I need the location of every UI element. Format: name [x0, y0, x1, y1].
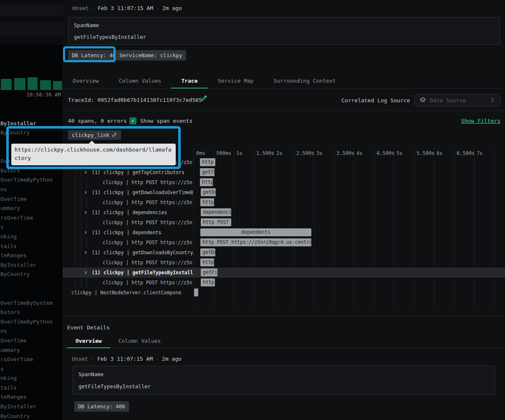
sidebar-item[interactable]: OverTimeByPython [0, 319, 53, 325]
span-row[interactable]: ∨(1)clickpy | getDownloadsOverTimeBySget… [63, 187, 505, 197]
event-relative-time: 2m ago [162, 356, 182, 362]
tab-overview[interactable]: Overview [67, 334, 110, 348]
waterfall-axis-tick: 0ms [196, 150, 205, 156]
sidebar-item[interactable]: ns [0, 186, 7, 192]
span-name-text: clickpy | getTopContributors [104, 170, 184, 175]
span-duration-bar[interactable]: getDownloadsByCountry [200, 248, 215, 256]
span-duration-bar[interactable]: http POST https://z5nrz9qgc4.us-central [201, 218, 231, 226]
chevron-down-icon[interactable]: ∨ [84, 190, 87, 195]
span-duration-bar[interactable]: getTopContributors [200, 168, 215, 176]
trace-id-text: TraceId: 0952fad0b67b114138fc110f3c7ed56… [68, 97, 202, 103]
chevron-down-icon[interactable]: ∨ [84, 230, 87, 235]
event-relative-time: 2m ago [162, 5, 182, 11]
span-child-count: (1) [92, 170, 101, 175]
span-duration-bar[interactable]: http POST https://z5nrz9qgc4.us-central [201, 278, 215, 286]
background-sidebar: 10:58:30 AM ByInstallerByCountryOvebutor… [0, 0, 63, 420]
sidebar-item[interactable]: s [0, 366, 4, 372]
span-child-count: (1) [92, 230, 101, 235]
sidebar-item[interactable]: ByCountry [0, 413, 30, 419]
edit-pencil-icon[interactable] [201, 95, 207, 101]
waterfall-axis-tick: 1s [236, 150, 242, 156]
sidebar-item[interactable]: ByCountry [0, 271, 30, 277]
span-row-name: clickpy | NextNodeServer.clientCompone [63, 288, 193, 298]
waterfall-axis-tick: 5s [396, 150, 402, 156]
span-duration-bar[interactable]: http POST https://z5nrz9qgc4.us-central [200, 158, 215, 166]
span-duration-bar[interactable]: http POST https://z5nrz9qgc4.us-central [200, 178, 213, 186]
event-panel: Unset·Feb 3 11:07:15 AM·2m ago SpanName … [63, 0, 505, 420]
db-latency-badge[interactable]: DB Latency: 406 [74, 401, 129, 412]
span-duration-bar[interactable]: getFileTypesByInstaller [201, 268, 217, 276]
show-span-events-label[interactable]: Show span events [140, 118, 192, 124]
sidebar-item[interactable]: nking [0, 233, 17, 240]
sidebar-item[interactable]: ByInstaller [0, 120, 36, 127]
span-row[interactable]: clickpy | http POST https://z5nrz9qgc4.u… [63, 177, 505, 187]
span-row[interactable]: clickpy | http POST https://z5nrz9qgc4.u… [63, 218, 505, 228]
waterfall-axis-tick: 6.500s [457, 150, 475, 156]
tab-service-map[interactable]: Service Map [208, 74, 264, 88]
span-row[interactable]: clickpy | http POST https://z5nrz9qgc4.u… [63, 278, 505, 288]
meta-separator: · [91, 5, 95, 11]
span-name-key: SpanName [74, 22, 99, 28]
sidebar-item[interactable]: tails [0, 243, 17, 249]
span-duration-bar[interactable]: dependents [200, 228, 311, 236]
mini-chart-bar [14, 78, 25, 90]
data-source-select[interactable]: Data Source [414, 94, 500, 106]
span-row[interactable]: clickpy | http POST https://z5nrz9qgc4.u… [63, 197, 505, 207]
sidebar-item[interactable]: ummary [0, 205, 20, 211]
tab-surrounding-context[interactable]: Surrounding Context [264, 74, 346, 88]
sidebar-item[interactable]: nking [0, 375, 17, 381]
sidebar-item[interactable]: teRanges [0, 252, 27, 258]
sidebar-item[interactable]: rsOverTime [0, 215, 33, 221]
sidebar-item[interactable]: ByInstaller [0, 403, 36, 410]
sidebar-item[interactable]: ByInstaller [0, 262, 36, 268]
tab-column-values[interactable]: Column Values [110, 334, 169, 348]
meta-separator: · [156, 356, 159, 362]
span-name-card: SpanName getFileTypesByInstaller [73, 366, 495, 395]
annotation-box-db-latency [63, 46, 116, 62]
span-duration-bar[interactable]: http POST https://z5nrz9qgc4.us-central [200, 198, 214, 206]
span-row[interactable]: ∨(1)clickpy | getDownloadsByCountrygetDo… [63, 248, 505, 258]
span-duration-bar[interactable]: http POST https://z5nrz9qgc4.us-central [200, 238, 311, 246]
sidebar-item[interactable]: OverTimeByPython [0, 177, 53, 183]
tab-overview[interactable]: Overview [63, 74, 109, 88]
sidebar-item[interactable]: OverTime [0, 196, 27, 202]
sidebar-item[interactable]: teRanges [0, 394, 27, 400]
span-row[interactable]: clickpy | http POST https://z5nrz9qgc4.u… [63, 258, 505, 268]
span-name-value: getFileTypesByInstaller [74, 34, 146, 40]
mini-chart-bar [40, 80, 51, 90]
span-duration-bar[interactable]: getDownloadsOverTimeByS [201, 188, 216, 196]
span-duration-bar[interactable] [194, 288, 198, 296]
span-row[interactable]: clickpy | http POST https://z5nrz9qgc4.u… [63, 238, 505, 248]
sidebar-item[interactable]: ummary [0, 347, 20, 353]
chevron-down-icon[interactable]: ∨ [84, 210, 87, 215]
waterfall-axis-tick: 5.500s [417, 150, 434, 156]
chevron-down-icon[interactable]: ∨ [84, 270, 87, 275]
span-name-text: clickpy | http POST https://z5nrz9qgc4.u… [103, 220, 193, 225]
span-name-text: clickpy | getDownloadsByCountry [104, 250, 193, 256]
span-row[interactable]: ∨(1)clickpy | dependenciesdependencies [63, 207, 505, 218]
show-filters-link[interactable]: Show Filters [461, 118, 500, 124]
sidebar-item[interactable]: butors [0, 309, 20, 315]
waterfall-axis-tick: 1.500s [256, 150, 274, 156]
sidebar-item[interactable]: OverTime [0, 337, 27, 344]
tab-column-values[interactable]: Column Values [109, 74, 172, 88]
tab-trace[interactable]: Trace [171, 74, 207, 88]
sidebar-item[interactable]: rsOverTime [0, 356, 33, 362]
sidebar-item[interactable]: ns [0, 328, 7, 334]
sidebar-item[interactable]: tails [0, 385, 17, 391]
sidebar-item[interactable]: s [0, 224, 4, 230]
span-row-name: clickpy | http POST https://z5nrz9qgc4.u… [63, 258, 193, 268]
show-span-events-checkbox[interactable]: ✓ [129, 117, 136, 124]
service-name-badge[interactable]: ServiceName: clickpy [116, 50, 186, 61]
span-row-name: ∨(1)clickpy | dependents [63, 228, 193, 238]
chevron-down-icon[interactable]: ∨ [84, 250, 87, 255]
span-row[interactable]: ∨(1)clickpy | getFileTypesByInstallerget… [63, 268, 505, 278]
span-duration-bar[interactable]: http POST https://z5nrz9qgc4.us-central [200, 258, 214, 266]
span-row[interactable]: ∨(1)clickpy | dependentsdependents [63, 228, 505, 238]
sidebar-item[interactable]: OverTimeBySystem [0, 300, 53, 306]
span-row[interactable]: clickpy | NextNodeServer.clientCompone [63, 288, 505, 298]
event-details-tabs: OverviewColumn Values [63, 334, 505, 348]
span-duration-bar[interactable]: dependencies [201, 208, 231, 216]
chevron-down-icon[interactable]: ∨ [84, 170, 87, 175]
span-name-value: getFileTypesByInstaller [78, 383, 151, 390]
